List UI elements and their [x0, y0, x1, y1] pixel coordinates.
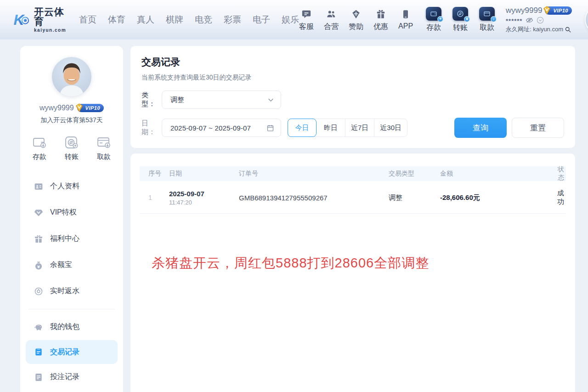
header-vip-badge: VIP10 [545, 6, 571, 15]
row-index: 1 [140, 194, 169, 201]
header-username[interactable]: wywy9999 [506, 6, 542, 15]
vip-medal-icon [542, 6, 552, 15]
sidebar-menu: 个人资料 VIP特权 福利中心 余额宝 [20, 173, 123, 390]
sidebar-item-transactions[interactable]: 交易记录 [26, 340, 118, 364]
nav-live[interactable]: 真人 [137, 14, 154, 26]
row-transaction-type: 调整 [389, 193, 440, 202]
sidebar-vip-badge: VIP10 [77, 104, 104, 112]
header-order: 订单号 [239, 170, 389, 178]
transfer-icon: ¥ [452, 7, 468, 21]
header-deposit[interactable]: + 存款 [423, 7, 444, 33]
join-days-text: 加入开云体育第537天 [20, 116, 123, 125]
quick-date-7days[interactable]: 近7日 [345, 119, 374, 136]
table-row[interactable]: 1 2025-09-07 11:47:20 GMB689139412795550… [140, 181, 566, 214]
permanent-url-text: 永久网址: kaiyun.com [506, 25, 563, 34]
sidebar-avatar[interactable] [52, 57, 91, 97]
sidebar-deposit-label: 存款 [33, 153, 46, 161]
query-button[interactable]: 查询 [454, 118, 507, 138]
logo-domain-text: kaiyun.com [34, 28, 69, 33]
user-info-block: wywy9999 VIP10 ****** [506, 6, 579, 34]
page-subtitle: 当前系统支持查询最近30日的交易记录 [141, 74, 564, 82]
bet-records-icon [34, 373, 43, 382]
sidebar-item-rebate-label: 实时返水 [50, 286, 79, 296]
sidebar-item-wallet[interactable]: 我的钱包 [20, 314, 123, 340]
sidebar-item-transactions-label: 交易记录 [50, 347, 79, 357]
nav-esports[interactable]: 电竞 [195, 14, 212, 26]
welfare-gift-icon [34, 234, 43, 244]
chat-icon [301, 8, 311, 19]
quick-date-group: 今日 昨日 近7日 近30日 [288, 119, 407, 137]
service-partners-label: 合营 [324, 22, 339, 32]
header-vip-label: VIP10 [553, 8, 568, 13]
nav-sports[interactable]: 体育 [108, 14, 125, 26]
service-support-label: 客服 [299, 22, 314, 32]
sidebar-item-yuebao[interactable]: 余额宝 [20, 252, 123, 278]
logo-icon: K [13, 10, 30, 30]
service-app-label: APP [398, 22, 413, 30]
eye-off-icon[interactable] [526, 17, 533, 23]
piggy-bank-icon [34, 323, 43, 332]
sidebar-item-welfare[interactable]: 福利中心 [20, 226, 123, 252]
table-header-row: 序号 日期 订单号 交易类型 金额 状态 [140, 166, 566, 181]
rebate-icon [34, 287, 43, 296]
partners-icon [326, 8, 337, 19]
header-status: 状态 [553, 165, 566, 182]
service-support[interactable]: 客服 [299, 8, 314, 32]
masked-balance: ****** [506, 17, 522, 24]
nav-entertainment[interactable]: 娱乐 [282, 14, 299, 26]
magnifier-cursor-icon [565, 26, 571, 33]
reset-button[interactable]: 重置 [512, 118, 564, 138]
header-amount: 金额 [440, 170, 553, 178]
quick-date-30days[interactable]: 近30日 [374, 119, 407, 136]
sidebar-deposit[interactable]: 存款 [32, 136, 47, 161]
nav-chess[interactable]: 棋牌 [166, 14, 183, 26]
sidebar-item-rebate[interactable]: 实时返水 [20, 278, 123, 304]
service-promo[interactable]: 优惠 [373, 8, 388, 32]
date-label: 日期： [141, 119, 162, 136]
sidebar-username: wywy9999 [40, 104, 74, 112]
header-transfer-label: 转账 [453, 23, 468, 33]
header-withdraw[interactable]: ↓ 取款 [476, 7, 498, 33]
sidebar-item-welfare-label: 福利中心 [50, 234, 79, 244]
sidebar-item-vip-label: VIP特权 [50, 208, 77, 217]
quick-date-yesterday[interactable]: 昨日 [317, 119, 345, 136]
sidebar: wywy9999 VIP10 加入开云体育第537天 存款 [20, 46, 123, 392]
sidebar-item-yuebao-label: 余额宝 [50, 260, 72, 270]
sidebar-item-vip[interactable]: VIP特权 [20, 199, 123, 226]
header-avatar[interactable] [586, 7, 588, 33]
date-range-input[interactable]: 2025-09-07 ~ 2025-09-07 [162, 119, 281, 137]
transactions-icon [34, 347, 43, 357]
nav-slots[interactable]: 电子 [253, 14, 270, 26]
sidebar-item-bets[interactable]: 投注记录 [20, 364, 123, 390]
service-partners[interactable]: 合营 [324, 8, 339, 32]
site-logo[interactable]: K 开云体育 kaiyun.com [13, 7, 69, 33]
top-header: K 开云体育 kaiyun.com 首页 体育 真人 棋牌 电竞 彩票 电子 娱… [0, 0, 588, 40]
nav-lottery[interactable]: 彩票 [224, 14, 241, 26]
type-filter-row: 类型： 调整 [141, 91, 564, 109]
row-amount: -28,606.60元 [440, 193, 553, 202]
type-label: 类型： [141, 91, 162, 108]
red-watermark-text: 杀猪盘开云，周红包5888打到28606全部调整 [152, 254, 566, 273]
sidebar-item-profile-label: 个人资料 [50, 182, 79, 191]
sidebar-transfer[interactable]: 转账 [64, 136, 79, 161]
gift-icon [376, 8, 386, 19]
sidebar-item-profile[interactable]: 个人资料 [20, 173, 123, 199]
header-transfer[interactable]: ¥ 转账 [450, 7, 471, 33]
sidebar-quick-actions: 存款 转账 取款 [20, 136, 123, 161]
row-date: 2025-09-07 11:47:20 [169, 190, 239, 206]
service-sponsor[interactable]: 赞助 [349, 8, 363, 32]
type-select[interactable]: 调整 [162, 91, 281, 109]
main-nav: 首页 体育 真人 棋牌 电竞 彩票 电子 娱乐 [79, 14, 299, 26]
header-index: 序号 [140, 170, 169, 178]
quick-date-today[interactable]: 今日 [288, 119, 317, 137]
service-app[interactable]: APP [398, 8, 413, 30]
sponsor-icon [351, 8, 361, 19]
chevron-down-icon [267, 97, 274, 103]
header-type: 交易类型 [389, 170, 440, 178]
row-date-value: 2025-09-07 [169, 190, 239, 198]
sidebar-withdraw[interactable]: 取款 [96, 136, 111, 161]
sidebar-item-wallet-label: 我的钱包 [50, 322, 79, 332]
header-date: 日期 [169, 170, 239, 178]
nav-home[interactable]: 首页 [79, 14, 96, 26]
chevron-circle-icon[interactable] [537, 17, 544, 24]
